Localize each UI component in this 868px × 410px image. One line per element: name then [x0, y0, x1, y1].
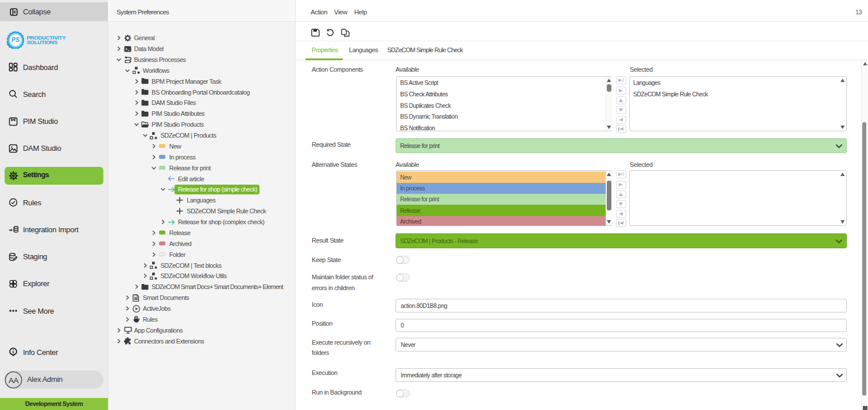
svg-text:PS: PS [11, 37, 20, 43]
svg-text:AA: AA [9, 376, 19, 384]
